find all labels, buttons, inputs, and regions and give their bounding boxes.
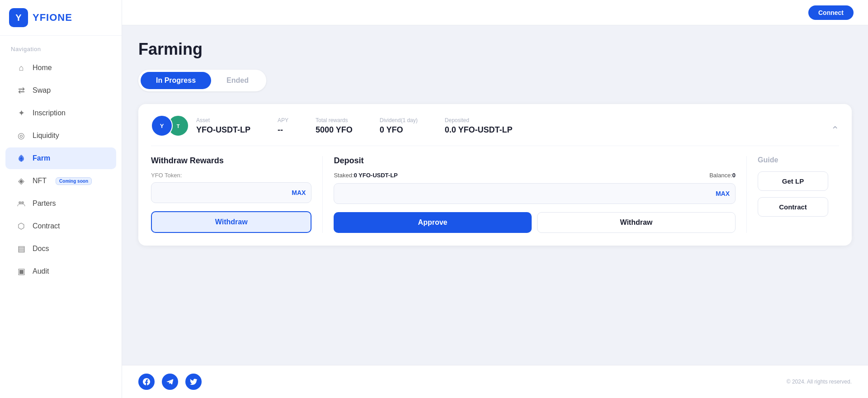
swap-icon: ⇄ — [16, 85, 26, 95]
deposit-actions: Approve Withdraw — [334, 212, 736, 233]
sidebar-item-label: Inscription — [33, 109, 66, 117]
total-rewards-stat: Total rewards 5000 YFO — [316, 117, 353, 135]
deposit-title: Deposit — [334, 156, 736, 166]
facebook-icon[interactable] — [138, 374, 155, 390]
logo-text: YFIONE — [33, 12, 72, 24]
staked-info: Staked:0 YFO-USDT-LP — [334, 172, 397, 179]
sidebar-item-label: Swap — [33, 86, 51, 95]
telegram-icon[interactable] — [162, 374, 178, 390]
farm-header: Y T Asset YFO-USDT-LP APY — [151, 115, 839, 146]
total-rewards-value: 5000 YFO — [316, 125, 353, 135]
twitter-icon[interactable] — [185, 374, 202, 390]
sidebar-item-nft[interactable]: ◈ NFT Coming soon — [5, 170, 116, 192]
collapse-button[interactable]: ⌃ — [831, 124, 839, 136]
apy-stat: APY -- — [278, 117, 288, 135]
nft-icon: ◈ — [16, 176, 26, 186]
coming-soon-badge: Coming soon — [56, 177, 92, 185]
apy-value: -- — [278, 125, 288, 135]
deposited-label: Deposited — [445, 117, 513, 123]
home-icon: ⌂ — [16, 63, 26, 73]
sidebar-item-home[interactable]: ⌂ Home — [5, 57, 116, 79]
page-content: Farming In Progress Ended Y — [122, 25, 868, 365]
dividend-label: Dividend(1 day) — [380, 117, 418, 123]
audit-icon: ▣ — [16, 266, 26, 276]
deposit-amount-input[interactable] — [340, 190, 715, 198]
approve-button[interactable]: Approve — [334, 212, 531, 233]
parters-icon — [16, 199, 26, 208]
farm-card: Y T Asset YFO-USDT-LP APY — [138, 104, 852, 246]
deposited-value: 0.0 YFO-USDT-LP — [445, 125, 513, 135]
svg-text:Y: Y — [160, 123, 164, 129]
sidebar-item-audit[interactable]: ▣ Audit — [5, 261, 116, 282]
asset-icons: Y T — [151, 115, 189, 137]
nav-label: Navigation — [0, 36, 122, 56]
balance-info: Balance:0 — [709, 172, 736, 179]
deposit-input-row: MAX — [334, 183, 736, 204]
withdraw-rewards-button[interactable]: Withdraw — [151, 211, 311, 233]
footer: © 2024. All rights reserved. — [122, 365, 868, 398]
sidebar-item-contract[interactable]: ⬡ Contract — [5, 215, 116, 237]
inscription-icon: ✦ — [16, 108, 26, 118]
farm-icon — [16, 153, 26, 163]
staked-balance-row: Staked:0 YFO-USDT-LP Balance:0 — [334, 172, 736, 179]
guide-title: Guide — [758, 156, 828, 164]
sidebar-item-label: Contract — [33, 222, 60, 230]
page-title: Farming — [138, 40, 852, 59]
contract-guide-button[interactable]: Contract — [758, 197, 828, 217]
sidebar: Y YFIONE Navigation ⌂ Home ⇄ Swap ✦ Insc… — [0, 0, 122, 398]
liquidity-icon: ◎ — [16, 131, 26, 141]
staked-label: Staked: — [334, 172, 354, 179]
sidebar-item-swap[interactable]: ⇄ Swap — [5, 80, 116, 101]
sidebar-item-label: Docs — [33, 245, 49, 253]
farm-body: Withdraw Rewards YFO Token: MAX Withdraw… — [151, 156, 839, 233]
sidebar-nav: ⌂ Home ⇄ Swap ✦ Inscription ◎ Liquidity — [0, 56, 122, 283]
sidebar-item-farm[interactable]: Farm — [5, 147, 116, 169]
copyright-text: © 2024. All rights reserved. — [787, 379, 852, 385]
deposit-section: Deposit Staked:0 YFO-USDT-LP Balance:0 M… — [334, 156, 747, 233]
sidebar-item-label: Home — [33, 64, 52, 72]
guide-links: Get LP Contract — [758, 168, 828, 217]
sidebar-item-label: Farm — [33, 154, 50, 162]
svg-point-1 — [21, 201, 24, 204]
withdraw-max-button[interactable]: MAX — [292, 189, 306, 196]
yfo-token-icon: Y — [151, 115, 173, 137]
apy-label: APY — [278, 117, 288, 123]
sidebar-item-liquidity[interactable]: ◎ Liquidity — [5, 125, 116, 147]
toggle-group: In Progress Ended — [138, 70, 266, 91]
sidebar-item-docs[interactable]: ▤ Docs — [5, 238, 116, 260]
ended-button[interactable]: Ended — [211, 72, 264, 89]
withdraw-rewards-section: Withdraw Rewards YFO Token: MAX Withdraw — [151, 156, 323, 233]
dividend-stat: Dividend(1 day) 0 YFO — [380, 117, 418, 135]
withdraw-input-row: MAX — [151, 182, 311, 203]
balance-label: Balance: — [709, 172, 732, 179]
yfo-token-label: YFO Token: — [151, 172, 311, 179]
header-bar: Connect — [122, 0, 868, 25]
dividend-value: 0 YFO — [380, 125, 418, 135]
balance-value: 0 — [732, 172, 736, 179]
sidebar-item-label: Audit — [33, 267, 49, 275]
deposit-withdraw-button[interactable]: Withdraw — [537, 212, 736, 233]
withdraw-amount-input[interactable] — [157, 189, 292, 197]
deposit-max-button[interactable]: MAX — [716, 190, 730, 197]
sidebar-item-label: NFT — [33, 177, 47, 185]
svg-text:T: T — [177, 123, 180, 129]
asset-info: Asset YFO-USDT-LP — [196, 117, 250, 135]
logo-icon: Y — [9, 8, 28, 27]
sidebar-logo: Y YFIONE — [0, 0, 122, 36]
in-progress-button[interactable]: In Progress — [141, 72, 211, 89]
sidebar-item-parters[interactable]: Parters — [5, 193, 116, 214]
withdraw-rewards-title: Withdraw Rewards — [151, 156, 311, 166]
sidebar-item-inscription[interactable]: ✦ Inscription — [5, 102, 116, 124]
sidebar-item-label: Parters — [33, 199, 56, 208]
svg-point-0 — [19, 201, 21, 204]
get-lp-button[interactable]: Get LP — [758, 171, 828, 191]
staked-value: 0 YFO-USDT-LP — [354, 172, 398, 179]
total-rewards-label: Total rewards — [316, 117, 353, 123]
deposited-stat: Deposited 0.0 YFO-USDT-LP — [445, 117, 513, 135]
sidebar-item-label: Liquidity — [33, 132, 59, 140]
footer-social-icons — [138, 374, 202, 390]
connect-button[interactable]: Connect — [808, 5, 854, 20]
asset-value: YFO-USDT-LP — [196, 125, 250, 135]
docs-icon: ▤ — [16, 244, 26, 254]
contract-icon: ⬡ — [16, 221, 26, 231]
